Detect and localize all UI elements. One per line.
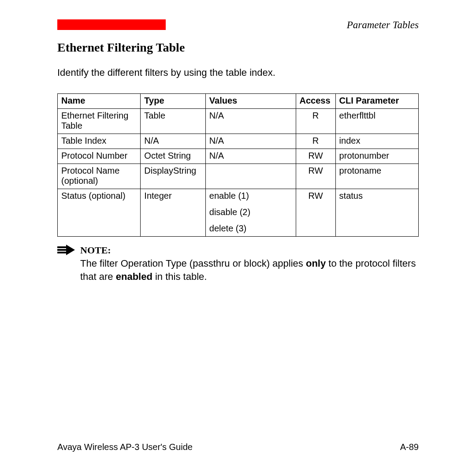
section-header: Parameter Tables [166, 19, 419, 31]
table-row: Ethernet Filtering Table Table N/A R eth… [58, 109, 419, 134]
cell-name: Status (optional) [58, 189, 141, 237]
red-header-bar [57, 19, 166, 30]
arrow-right-icon [57, 245, 78, 255]
th-values: Values [205, 94, 296, 109]
cell-type: Octet String [141, 149, 205, 164]
table-header-row: Name Type Values Access CLI Parameter [58, 94, 419, 109]
cell-values: N/A [205, 109, 296, 134]
th-cli: CLI Parameter [335, 94, 418, 109]
cell-name: Protocol Number [58, 149, 141, 164]
cell-type: Integer [141, 189, 205, 237]
parameter-table: Name Type Values Access CLI Parameter Et… [57, 93, 419, 237]
svg-rect-0 [57, 246, 66, 248]
value-option: disable (2) [209, 207, 292, 217]
cell-cli: index [335, 134, 418, 149]
cell-access: R [296, 134, 335, 149]
cell-values: N/A [205, 134, 296, 149]
table-row: Table Index N/A N/A R index [58, 134, 419, 149]
page-title: Ethernet Filtering Table [57, 41, 419, 55]
th-access: Access [296, 94, 335, 109]
value-option: delete (3) [209, 223, 292, 234]
th-type: Type [141, 94, 205, 109]
note-content: NOTE: The filter Operation Type (passthr… [78, 245, 419, 283]
cell-access: R [296, 109, 335, 134]
cell-type: Table [141, 109, 205, 134]
note-label: NOTE: [80, 245, 419, 256]
cell-values [205, 164, 296, 189]
table-row: Protocol Name (optional) DisplayString R… [58, 164, 419, 189]
cell-access: RW [296, 164, 335, 189]
th-name: Name [58, 94, 141, 109]
value-option: enable (1) [209, 191, 292, 201]
cell-type: DisplayString [141, 164, 205, 189]
footer-right: A-89 [400, 442, 419, 452]
cell-cli: protonumber [335, 149, 418, 164]
cell-cli: status [335, 189, 418, 237]
cell-name: Table Index [58, 134, 141, 149]
footer-left: Avaya Wireless AP-3 User's Guide [57, 442, 193, 452]
svg-rect-1 [57, 249, 66, 251]
cell-cli: etherflttbl [335, 109, 418, 134]
cell-name: Protocol Name (optional) [58, 164, 141, 189]
svg-rect-2 [57, 252, 66, 253]
cell-access: RW [296, 149, 335, 164]
cell-cli: protoname [335, 164, 418, 189]
cell-type: N/A [141, 134, 205, 149]
table-row: Status (optional) Integer enable (1) dis… [58, 189, 419, 237]
svg-marker-3 [66, 245, 75, 255]
cell-access: RW [296, 189, 335, 237]
cell-name: Ethernet Filtering Table [58, 109, 141, 134]
cell-values: N/A [205, 149, 296, 164]
top-bar: Parameter Tables [57, 19, 419, 31]
cell-values: enable (1) disable (2) delete (3) [205, 189, 296, 237]
note-text: The filter Operation Type (passthru or b… [80, 257, 419, 283]
intro-text: Identify the different filters by using … [57, 67, 419, 78]
table-row: Protocol Number Octet String N/A RW prot… [58, 149, 419, 164]
note-block: NOTE: The filter Operation Type (passthr… [57, 245, 419, 283]
page-footer: Avaya Wireless AP-3 User's Guide A-89 [57, 442, 419, 452]
document-page: Parameter Tables Ethernet Filtering Tabl… [0, 0, 476, 476]
